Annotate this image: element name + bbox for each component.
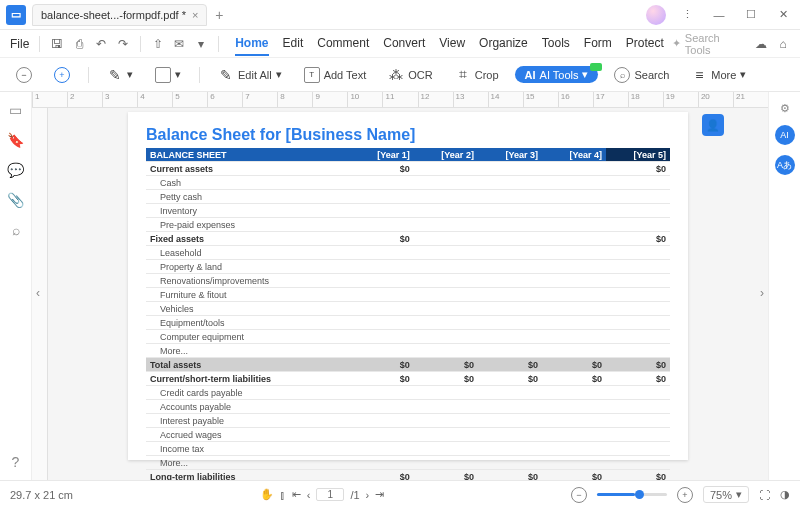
menubar: File 🖫 ⎙ ↶ ↷ ⇧ ✉ ▾ HomeEditCommentConver… bbox=[0, 30, 800, 58]
menu-tab-form[interactable]: Form bbox=[584, 32, 612, 56]
fullscreen-icon[interactable]: ⛶ bbox=[759, 489, 770, 501]
menu-tab-tools[interactable]: Tools bbox=[542, 32, 570, 56]
prev-page-icon[interactable]: ‹ bbox=[307, 489, 311, 501]
more-button[interactable]: ≡More▾ bbox=[685, 64, 752, 86]
first-page-icon[interactable]: ⇤ bbox=[292, 488, 301, 501]
help-icon[interactable]: ? bbox=[12, 454, 20, 470]
thumbnail-icon[interactable]: ▭ bbox=[9, 102, 22, 118]
ocr-button[interactable]: ⁂OCR bbox=[382, 64, 438, 86]
page-total: /1 bbox=[350, 489, 359, 501]
ai-chat-icon[interactable]: AI bbox=[775, 125, 795, 145]
home-icon[interactable]: ⌂ bbox=[776, 37, 790, 51]
close-icon[interactable]: × bbox=[192, 9, 198, 21]
search-panel-icon[interactable]: ⌕ bbox=[12, 222, 20, 238]
fit-width-icon[interactable]: ⫿ bbox=[280, 489, 286, 501]
page-dimensions: 29.7 x 21 cm bbox=[10, 489, 73, 501]
zoom-out-button[interactable]: − bbox=[10, 64, 38, 86]
page-viewport[interactable]: ‹ Balance Sheet for [Business Name] BALA… bbox=[48, 108, 768, 480]
comment-panel-icon[interactable]: 💬 bbox=[7, 162, 24, 178]
next-page-arrow[interactable]: › bbox=[760, 286, 764, 300]
settings-icon[interactable]: ⚙ bbox=[780, 102, 790, 115]
toolbar: − + ✎▾ ▾ ✎Edit All▾ TAdd Text ⁂OCR ⌗Crop… bbox=[0, 58, 800, 92]
zoom-in-status[interactable]: + bbox=[677, 487, 693, 503]
reading-mode-icon[interactable]: ◑ bbox=[780, 488, 790, 501]
undo-icon[interactable]: ↶ bbox=[94, 37, 108, 51]
workspace: ▭ 🔖 💬 📎 ⌕ ? 1234567891011121314151617181… bbox=[0, 92, 800, 480]
menu-tab-protect[interactable]: Protect bbox=[626, 32, 664, 56]
zoom-slider[interactable] bbox=[597, 493, 667, 496]
minimize-button[interactable]: — bbox=[708, 4, 730, 26]
horizontal-ruler: 123456789101112131415161718192021 bbox=[32, 92, 768, 108]
ai-tools-button[interactable]: AIAI Tools▾ bbox=[515, 66, 599, 83]
attachment-icon[interactable]: 📎 bbox=[7, 192, 24, 208]
close-window-button[interactable]: ✕ bbox=[772, 4, 794, 26]
profile-icon[interactable] bbox=[646, 5, 666, 25]
tab-title: balance-sheet...-formpdf.pdf * bbox=[41, 9, 186, 21]
document-tab[interactable]: balance-sheet...-formpdf.pdf * × bbox=[32, 4, 207, 26]
wand-icon: ✦ bbox=[672, 37, 681, 50]
ai-float-button[interactable]: 👤 bbox=[702, 114, 724, 136]
menu-tab-home[interactable]: Home bbox=[235, 32, 268, 56]
next-page-icon[interactable]: › bbox=[366, 489, 370, 501]
redo-icon[interactable]: ↷ bbox=[116, 37, 130, 51]
titlebar: ▭ balance-sheet...-formpdf.pdf * × + ⋮ —… bbox=[0, 0, 800, 30]
search-button[interactable]: ⌕Search bbox=[608, 64, 675, 86]
new-tab-button[interactable]: + bbox=[215, 7, 223, 23]
save-icon[interactable]: 🖫 bbox=[50, 37, 64, 51]
mail-icon[interactable]: ✉ bbox=[173, 37, 187, 51]
highlighter-button[interactable]: ✎▾ bbox=[101, 64, 139, 86]
app-icon: ▭ bbox=[6, 5, 26, 25]
vertical-ruler bbox=[32, 108, 48, 480]
edit-all-button[interactable]: ✎Edit All▾ bbox=[212, 64, 288, 86]
document-title: Balance Sheet for [Business Name] bbox=[146, 126, 670, 144]
share-icon[interactable]: ⇧ bbox=[151, 37, 165, 51]
hand-tool-icon[interactable]: ✋ bbox=[260, 488, 274, 501]
menu-tab-organize[interactable]: Organize bbox=[479, 32, 528, 56]
kebab-icon[interactable]: ⋮ bbox=[676, 4, 698, 26]
add-text-button[interactable]: TAdd Text bbox=[298, 64, 373, 86]
menu-tab-convert[interactable]: Convert bbox=[383, 32, 425, 56]
bookmark-icon[interactable]: 🔖 bbox=[7, 132, 24, 148]
shape-button[interactable]: ▾ bbox=[149, 64, 187, 86]
search-tools[interactable]: ✦ Search Tools bbox=[672, 32, 738, 56]
zoom-level[interactable]: 75%▾ bbox=[703, 486, 749, 503]
menu-tab-comment[interactable]: Comment bbox=[317, 32, 369, 56]
menu-tab-edit[interactable]: Edit bbox=[283, 32, 304, 56]
last-page-icon[interactable]: ⇥ bbox=[375, 488, 384, 501]
maximize-button[interactable]: ☐ bbox=[740, 4, 762, 26]
crop-button[interactable]: ⌗Crop bbox=[449, 64, 505, 86]
zoom-in-button[interactable]: + bbox=[48, 64, 76, 86]
print-icon[interactable]: ⎙ bbox=[72, 37, 86, 51]
balance-sheet-table: BALANCE SHEET[Year 1][Year 2][Year 3][Ye… bbox=[146, 148, 670, 480]
file-menu[interactable]: File bbox=[10, 37, 29, 51]
zoom-out-status[interactable]: − bbox=[571, 487, 587, 503]
chevron-down-icon[interactable]: ▾ bbox=[194, 37, 208, 51]
menu-tab-view[interactable]: View bbox=[439, 32, 465, 56]
statusbar: 29.7 x 21 cm ✋ ⫿ ⇤ ‹ 1 /1 › ⇥ − + 75%▾ ⛶… bbox=[0, 480, 800, 508]
page-input[interactable]: 1 bbox=[316, 488, 344, 501]
cloud-up-icon[interactable]: ☁ bbox=[754, 37, 768, 51]
left-sidebar: ▭ 🔖 💬 📎 ⌕ ? bbox=[0, 92, 32, 480]
translate-icon[interactable]: Aあ bbox=[775, 155, 795, 175]
document-page: Balance Sheet for [Business Name] BALANC… bbox=[128, 112, 688, 460]
right-sidebar: ⚙ AI Aあ bbox=[768, 92, 800, 480]
